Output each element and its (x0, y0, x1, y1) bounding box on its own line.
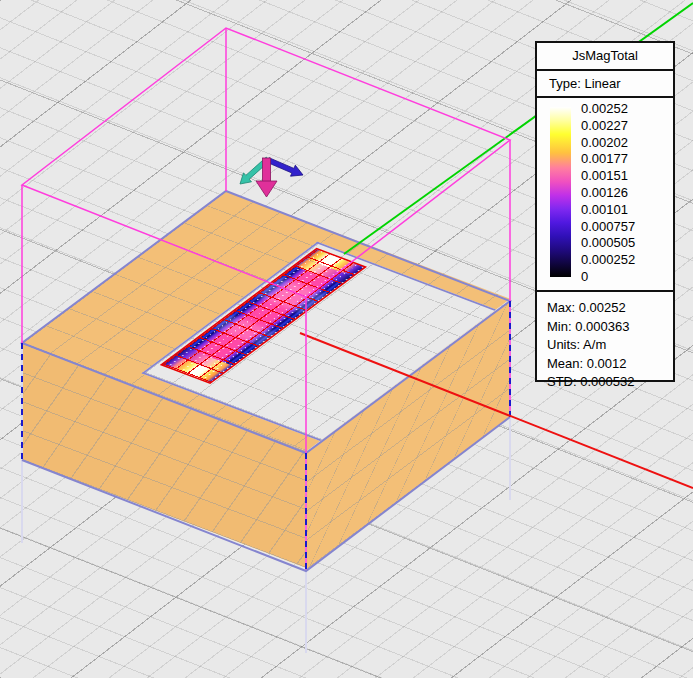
colorbar-label: 0.00151 (581, 168, 635, 185)
colorbar-label: 0.00101 (581, 202, 635, 219)
colorbar-label: 0.000505 (581, 235, 635, 252)
legend-stats-line: Units: A/m (547, 336, 673, 355)
3d-modeler-viewport[interactable]: JsMagTotal Type: Linear 0.00252 0.00227 … (0, 0, 693, 678)
substrate-hidden-edges (22, 301, 510, 571)
colorbar-label: 0.000757 (581, 219, 635, 236)
colorbar-labels: 0.00252 0.00227 0.00202 0.00177 0.00151 … (581, 101, 635, 286)
legend-color-scale: 0.00252 0.00227 0.00202 0.00177 0.00151 … (537, 98, 673, 292)
hidden-airbox-edges (22, 301, 510, 653)
legend-stats-line: Max: 0.00252 (547, 299, 673, 318)
colorbar-label: 0.00177 (581, 151, 635, 168)
blue-arrow-icon (267, 158, 303, 177)
colorbar-label: 0.00227 (581, 118, 635, 135)
legend-stats-line: Min: 0.000363 (547, 318, 673, 337)
colorbar-label: 0.00126 (581, 185, 635, 202)
legend-stats-line: Mean: 0.0012 (547, 355, 673, 374)
legend-stats-line: STD: 0.000532 (547, 373, 673, 392)
colorbar (550, 107, 571, 277)
colorbar-label: 0 (581, 269, 635, 286)
legend-statistics: Max: 0.00252 Min: 0.000363 Units: A/m Me… (537, 292, 673, 392)
legend-panel: JsMagTotal Type: Linear 0.00252 0.00227 … (535, 41, 675, 382)
airbox-edge-under-dashes (306, 301, 510, 571)
colorbar-label: 0.000252 (581, 252, 635, 269)
colorbar-label: 0.00202 (581, 135, 635, 152)
orientation-triad (240, 157, 303, 197)
legend-scale-type: Type: Linear (537, 71, 673, 98)
substrate-edges (22, 191, 510, 571)
legend-title: JsMagTotal (537, 43, 673, 71)
air-box-wireframe (22, 28, 510, 453)
colorbar-label: 0.00252 (581, 101, 635, 118)
